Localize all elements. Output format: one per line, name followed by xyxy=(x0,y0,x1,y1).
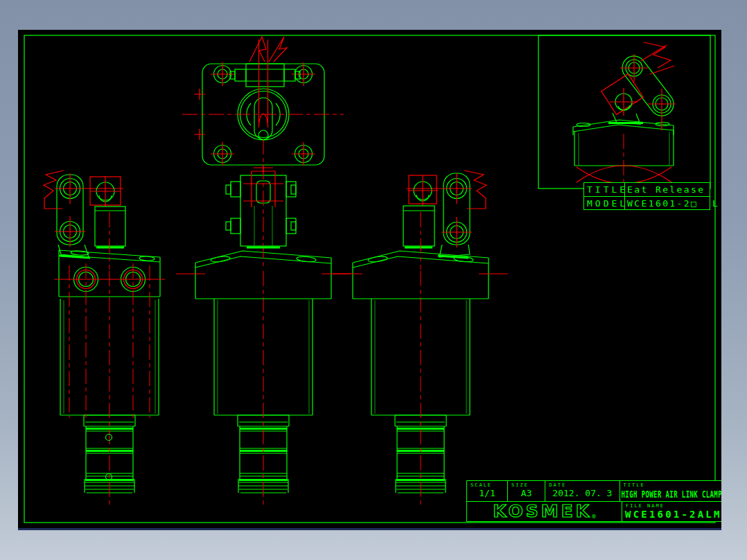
break-symbol-left xyxy=(44,170,64,209)
size-value: A3 xyxy=(508,488,545,499)
registered-mark: ® xyxy=(592,513,595,520)
file-name-cell: FILE NAME WCE1601-2ALM xyxy=(622,502,721,521)
plan-view xyxy=(182,37,344,173)
logo-cell: KOSMEK ® xyxy=(467,502,622,521)
clevis xyxy=(226,164,296,270)
drawing-title-cell: TITLE HIGH POWER AIR LINK CLAMP xyxy=(620,481,721,501)
date-cell: DATE 2012. 07. 3 xyxy=(545,481,619,501)
drawing-title-value: HIGH POWER AIR LINK CLAMP xyxy=(620,488,721,502)
detail-title-label: TITLE xyxy=(584,183,625,196)
size-label: SIZE xyxy=(508,481,545,488)
plan-pin-bar xyxy=(230,64,300,87)
lever-arm xyxy=(406,173,472,258)
piston-port-hole xyxy=(106,435,112,441)
drawing-canvas[interactable]: TITLE Eat Release MODEL WCE1601-2□ L SCA… xyxy=(18,30,721,528)
detail-model-value: WCE1601-2□ xyxy=(625,197,710,210)
title-block: SCALE 1/1 SIZE A3 DATE 2012. 07. 3 TITLE… xyxy=(466,480,721,522)
piston-neck xyxy=(403,206,434,270)
detail-model-row: MODEL WCE1601-2□ xyxy=(584,197,710,210)
detail-model-suffix: L xyxy=(712,198,718,209)
phantom-arm-position xyxy=(90,176,121,207)
break-symbol-detail xyxy=(641,42,674,74)
scale-value: 1/1 xyxy=(467,488,507,499)
cad-viewer-page: TITLE Eat Release MODEL WCE1601-2□ L SCA… xyxy=(0,0,747,560)
phantom-arm-position xyxy=(407,175,438,206)
break-symbol-right xyxy=(464,170,486,209)
detail-view-release xyxy=(538,35,710,189)
flange-port-holes xyxy=(54,263,165,418)
date-label: DATE xyxy=(545,481,619,488)
clamp-block xyxy=(601,74,643,124)
drawing-title-label: TITLE xyxy=(620,481,721,488)
detail-title-row: TITLE Eat Release xyxy=(584,183,710,197)
scale-label: SCALE xyxy=(467,481,507,488)
detail-model-label: MODEL xyxy=(584,197,625,210)
scale-cell: SCALE 1/1 xyxy=(467,481,508,501)
released-lever-arm xyxy=(620,54,676,130)
drawing-sheet xyxy=(18,30,721,528)
plan-rod-break xyxy=(182,37,344,173)
front-view-center xyxy=(176,164,351,507)
size-cell: SIZE A3 xyxy=(508,481,545,501)
file-name-label: FILE NAME xyxy=(622,502,721,509)
date-value: 2012. 07. 3 xyxy=(545,488,619,499)
title-block-row2: KOSMEK ® FILE NAME WCE1601-2ALM xyxy=(467,502,721,521)
detail-title-value: Eat Release xyxy=(625,183,710,196)
kosmek-logo: KOSMEK xyxy=(493,502,592,520)
file-name-value: WCE1601-2ALM xyxy=(622,509,721,520)
front-view-left xyxy=(44,170,165,507)
title-block-row1: SCALE 1/1 SIZE A3 DATE 2012. 07. 3 TITLE… xyxy=(467,481,721,502)
front-view-right xyxy=(333,170,508,507)
detail-info-table: TITLE Eat Release MODEL WCE1601-2□ xyxy=(583,182,710,210)
piston-neck xyxy=(95,207,125,270)
